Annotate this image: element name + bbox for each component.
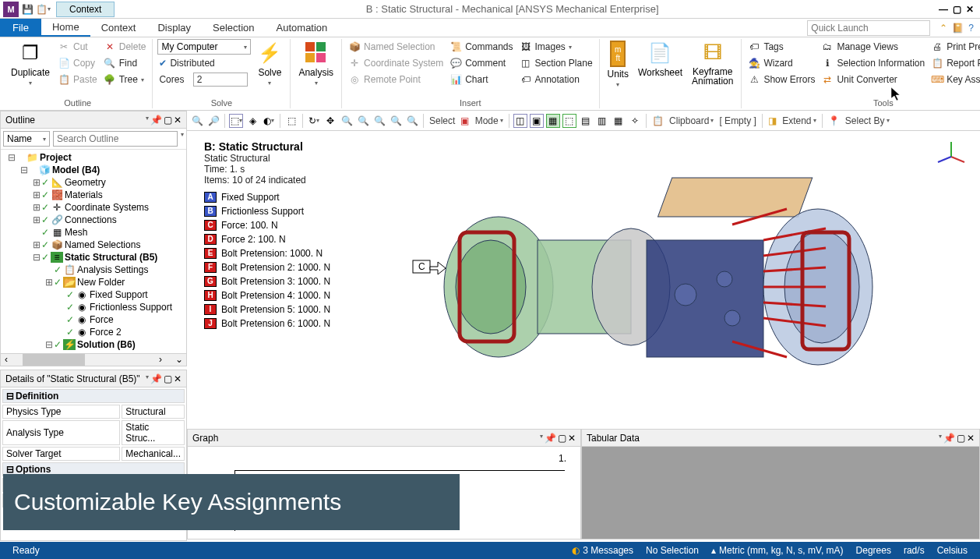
panel-pin-icon[interactable]: 📌 — [150, 115, 162, 126]
tree-item[interactable]: ⊞✓🔗Connections — [2, 214, 185, 226]
tab-context[interactable]: Context — [90, 19, 147, 37]
zoom-icon-1[interactable]: 🔍 — [340, 114, 354, 128]
sel-icon-5[interactable]: ▤ — [579, 114, 593, 128]
shade-icon[interactable]: ◐▾ — [262, 114, 276, 128]
iso-view-icon[interactable]: ⬚▾ — [229, 114, 243, 128]
tree-item[interactable]: ⊟✓≡Static Structural (B5) — [2, 251, 185, 264]
file-tab[interactable]: File — [0, 19, 41, 37]
tab-home[interactable]: Home — [41, 19, 90, 37]
cut-button[interactable]: ✂Cut — [56, 39, 99, 55]
units-button[interactable]: mftUnits▾ — [605, 39, 632, 90]
tree-item[interactable]: ✓◉Frictionless Support — [2, 301, 185, 313]
panel-pin-icon[interactable]: 📌 — [943, 433, 955, 444]
solver-computer-dropdown[interactable]: My Computer▾ — [157, 39, 251, 55]
zoom-icon-4[interactable]: 🔍 — [389, 114, 403, 128]
select-by-button[interactable]: 📍 Select By▾ — [827, 112, 891, 129]
wizard-button[interactable]: 🧙Wizard — [746, 55, 816, 71]
copy-button[interactable]: 📄Copy — [56, 55, 99, 71]
sel-icon-8[interactable]: ✧ — [628, 114, 642, 128]
show-errors-button[interactable]: ⚠Show Errors — [746, 72, 816, 87]
outline-search-input[interactable] — [53, 131, 178, 147]
distributed-checkbox[interactable]: ✔Distributed — [157, 55, 251, 71]
panel-close-icon[interactable]: ✕ — [967, 433, 975, 444]
named-selection-button[interactable]: 📦Named Selection — [347, 39, 445, 55]
delete-button[interactable]: ✕Delete — [102, 39, 148, 55]
manage-views-button[interactable]: 🗂Manage Views — [820, 39, 926, 55]
extend-button[interactable]: ◨ Extend▾ — [767, 112, 818, 129]
tree-item[interactable]: ✓◉Force 2 — [2, 326, 185, 338]
clipboard-button[interactable]: 📋 Clipboard▾ — [650, 112, 716, 129]
cores-input[interactable]: 2 — [193, 73, 248, 87]
tool-icon-1[interactable]: ⬚ — [284, 114, 298, 128]
tab-automation[interactable]: Automation — [266, 19, 339, 37]
status-degrees[interactable]: Degrees — [850, 545, 897, 556]
zoom-out-icon[interactable]: 🔎 — [206, 114, 220, 128]
paste-button[interactable]: 📋Paste — [56, 72, 99, 87]
remote-point-button[interactable]: ◎Remote Point — [347, 72, 445, 87]
annotation-button[interactable]: 🏷Annotation — [518, 72, 594, 87]
tree-item[interactable]: ⊞✓✛Coordinate Systems — [2, 201, 185, 214]
view-triad[interactable] — [933, 139, 969, 175]
outline-options-icon[interactable]: ▾ — [181, 131, 184, 147]
quick-launch-input[interactable] — [807, 20, 930, 36]
zoom-in-icon[interactable]: 🔍 — [190, 114, 204, 128]
comment-button[interactable]: 💬Comment — [448, 55, 514, 71]
details-value[interactable]: Mechanical... — [122, 447, 185, 461]
keyframe-button[interactable]: 🎞Keyframe Animation — [689, 39, 736, 87]
help-icon[interactable]: ? — [968, 23, 974, 34]
tags-button[interactable]: 🏷Tags — [746, 39, 816, 55]
tree-item[interactable]: ✓▦Mesh — [2, 226, 185, 239]
status-selection[interactable]: No Selection — [640, 545, 705, 556]
tab-selection[interactable]: Selection — [202, 19, 265, 37]
tab-display[interactable]: Display — [146, 19, 202, 37]
panel-close-icon[interactable]: ✕ — [174, 115, 182, 126]
tree-item[interactable]: ⊟🧊Model (B4) — [2, 164, 185, 176]
select-mode-button[interactable]: ▣ Mode▾ — [459, 112, 504, 129]
options-icon[interactable]: 📋▾ — [36, 2, 50, 16]
panel-dropdown-icon[interactable]: ▾ — [146, 373, 149, 384]
details-section[interactable]: ⊟Definition — [2, 389, 185, 403]
panel-close-icon[interactable]: ✕ — [174, 373, 182, 384]
ribbon-minimize-icon[interactable]: ⌃ — [939, 23, 947, 34]
zoom-icon-2[interactable]: 🔍 — [356, 114, 370, 128]
save-icon[interactable]: 💾 — [20, 2, 34, 16]
status-units[interactable]: ▴Metric (mm, kg, N, s, mV, mA) — [705, 545, 850, 556]
selection-info-button[interactable]: ℹSelection Information — [820, 55, 926, 71]
worksheet-button[interactable]: 📄Worksheet — [635, 39, 686, 80]
render-mode-icon[interactable]: ◈ — [245, 114, 259, 128]
sel-icon-3[interactable]: ▦ — [546, 114, 560, 128]
tree-item[interactable]: ✓◉Force — [2, 313, 185, 326]
analysis-button[interactable]: Analysis▾ — [295, 39, 337, 88]
tree-button[interactable]: 🌳Tree▾ — [102, 72, 148, 87]
panel-pin-icon[interactable]: 📌 — [545, 433, 556, 444]
app-icon[interactable]: M — [3, 2, 19, 17]
commands-button[interactable]: 📜Commands — [448, 39, 514, 55]
status-rads[interactable]: rad/s — [897, 545, 931, 556]
close-button[interactable]: ✕ — [966, 4, 974, 15]
maximize-button[interactable]: ▢ — [953, 4, 961, 15]
viewport-3d[interactable]: B: Static Structural Static Structural T… — [187, 131, 980, 429]
chart-button[interactable]: 📊Chart — [448, 72, 514, 87]
images-button[interactable]: 🖼Images▾ — [518, 39, 594, 55]
tree-item[interactable]: ⊞✓📐Geometry — [2, 176, 185, 189]
panel-window-icon[interactable]: ▢ — [164, 373, 172, 384]
zoom-icon-3[interactable]: 🔍 — [372, 114, 386, 128]
tree-item[interactable]: ⊟✓⚡Solution (B6) — [2, 338, 185, 351]
sel-icon-4[interactable]: ⬚ — [562, 114, 576, 128]
tree-item[interactable]: ⊟📁Project — [2, 151, 185, 164]
chevron-down-icon[interactable]: ⌄ — [166, 354, 186, 366]
details-value[interactable]: Structural — [122, 405, 185, 419]
outline-tree[interactable]: ⊟📁Project⊟🧊Model (B4)⊞✓📐Geometry⊞✓🧱Mater… — [1, 150, 186, 353]
details-value[interactable]: Static Struc... — [122, 420, 185, 445]
print-preview-button[interactable]: 🖨Print Preview — [929, 39, 980, 55]
panel-dropdown-icon[interactable]: ▾ — [146, 115, 149, 126]
status-celsius[interactable]: Celsius — [931, 545, 974, 556]
solve-button[interactable]: ⚡ Solve▾ — [254, 39, 285, 88]
panel-pin-icon[interactable]: 📌 — [150, 373, 162, 384]
panel-close-icon[interactable]: ✕ — [568, 433, 576, 444]
outline-filter-dropdown[interactable]: Name▾ — [3, 131, 50, 147]
tree-item[interactable]: ✓◉Fixed Support — [2, 288, 185, 301]
status-messages[interactable]: ◐3 Messages — [566, 545, 640, 556]
coordinate-system-button[interactable]: ✛Coordinate System — [347, 55, 445, 71]
pan-icon[interactable]: ✥ — [323, 114, 337, 128]
